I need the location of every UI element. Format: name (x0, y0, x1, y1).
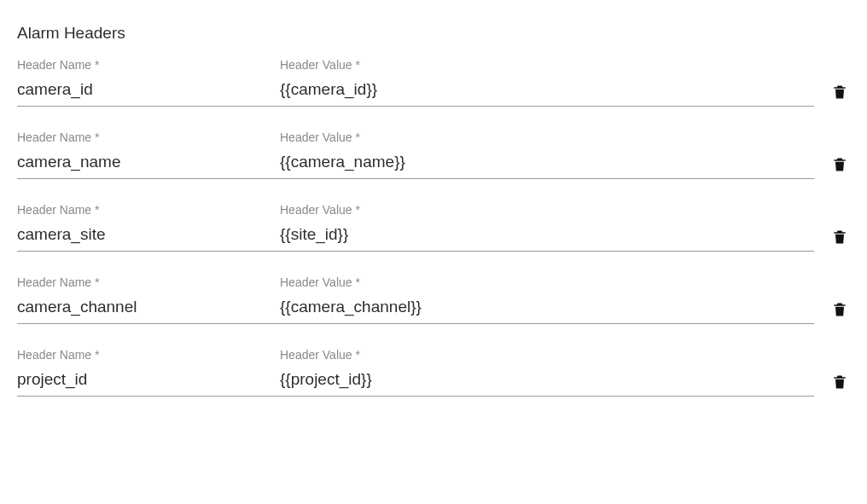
header-name-field: Header Name * (17, 58, 280, 107)
header-row: Header Name * Header Value * (17, 130, 850, 179)
header-value-label: Header Value * (280, 203, 814, 217)
trash-icon (831, 155, 848, 174)
header-row: Header Name * Header Value * (17, 203, 850, 252)
header-value-field: Header Value * (280, 203, 814, 252)
header-value-field: Header Value * (280, 130, 814, 179)
header-value-input[interactable] (280, 294, 814, 324)
header-name-field: Header Name * (17, 348, 280, 397)
header-name-label: Header Name * (17, 58, 280, 72)
header-row: Header Name * Header Value * (17, 275, 850, 324)
header-name-input[interactable] (17, 77, 280, 107)
delete-row-button[interactable] (829, 155, 850, 179)
header-name-field: Header Name * (17, 203, 280, 252)
header-value-label: Header Value * (280, 275, 814, 289)
header-value-field: Header Value * (280, 58, 814, 107)
header-value-input[interactable] (280, 77, 814, 107)
trash-icon (831, 228, 848, 246)
header-value-field: Header Value * (280, 275, 814, 324)
header-name-field: Header Name * (17, 275, 280, 324)
header-value-input[interactable] (280, 149, 814, 179)
header-value-field: Header Value * (280, 348, 814, 397)
header-name-field: Header Name * (17, 130, 280, 179)
header-value-input[interactable] (280, 222, 814, 252)
trash-icon (831, 373, 848, 391)
header-value-label: Header Value * (280, 58, 814, 72)
header-name-input[interactable] (17, 149, 280, 179)
header-value-input[interactable] (280, 367, 814, 397)
delete-row-button[interactable] (829, 300, 850, 324)
header-name-label: Header Name * (17, 130, 280, 144)
delete-row-button[interactable] (829, 83, 850, 107)
alarm-headers-section: Alarm Headers Header Name * Header Value… (0, 0, 867, 437)
header-row: Header Name * Header Value * (17, 58, 850, 107)
trash-icon (831, 83, 848, 101)
header-name-label: Header Name * (17, 203, 280, 217)
header-name-label: Header Name * (17, 275, 280, 289)
section-title: Alarm Headers (17, 24, 850, 43)
header-value-label: Header Value * (280, 348, 814, 362)
header-name-input[interactable] (17, 294, 280, 324)
header-name-input[interactable] (17, 367, 280, 397)
header-name-label: Header Name * (17, 348, 280, 362)
header-name-input[interactable] (17, 222, 280, 252)
header-value-label: Header Value * (280, 130, 814, 144)
delete-row-button[interactable] (829, 373, 850, 397)
delete-row-button[interactable] (829, 228, 850, 252)
trash-icon (831, 300, 848, 319)
header-row: Header Name * Header Value * (17, 348, 850, 397)
